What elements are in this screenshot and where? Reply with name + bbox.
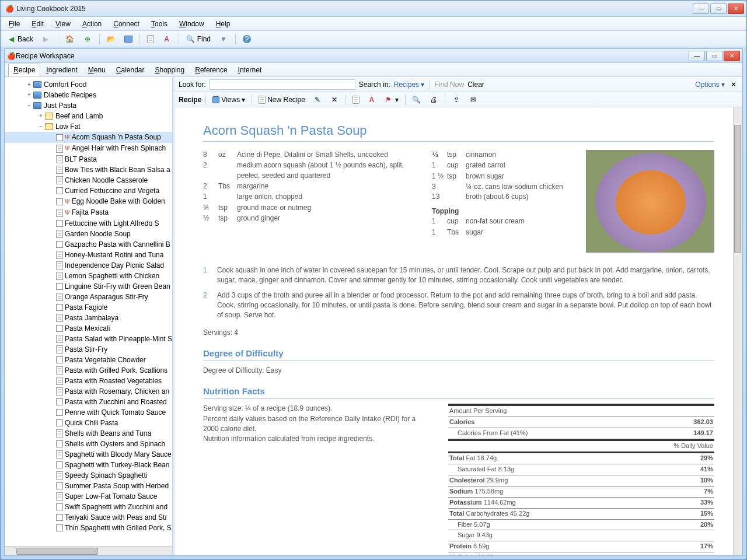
tree-recipe[interactable]: Ψ Acorn Squash 'n Pasta Soup [5,132,172,143]
home-button[interactable]: 🏠 [63,33,77,45]
menu-edit[interactable]: Edit [27,19,48,29]
close-search-icon[interactable]: ✕ [728,80,739,89]
tree-recipe[interactable]: Pasta Stir-Fry [5,344,172,355]
tree-recipe[interactable]: Orange Asparagus Stir-Fry [5,292,172,302]
tab-reference[interactable]: Reference [190,64,232,76]
tree-recipe[interactable]: Spaghetti with Bloody Mary Sauce [5,449,172,460]
new-recipe-button[interactable]: New Recipe [256,94,308,105]
tree-recipe[interactable]: Pasta Salad with Pineapple-Mint S [5,334,172,344]
add-button[interactable]: ⊕ [81,33,95,45]
help-button[interactable]: ? [240,34,253,44]
tree-recipe[interactable]: Summer Pasta Soup with Herbed [5,481,172,491]
print-button[interactable]: 🖨 [427,94,441,106]
maximize-button[interactable]: ▭ [710,4,727,14]
tree-recipe[interactable]: Swift Spaghetti with Zucchini and [5,502,172,512]
export-button[interactable]: ⇪ [449,94,463,106]
tree-recipe[interactable]: Shells with Beans and Tuna [5,428,172,439]
tree-recipe[interactable]: Speedy Spinach Spaghetti [5,470,172,481]
content-vscrollbar[interactable] [733,107,742,555]
options-dropdown[interactable]: Options ▾ [695,80,725,89]
menu-file[interactable]: File [4,19,25,29]
tree-recipe[interactable]: Pasta Fagiole [5,302,172,313]
tree-recipe[interactable]: Ψ Egg Noodle Bake with Golden [5,196,172,207]
doc-button[interactable] [145,34,156,44]
tree-node[interactable]: +Beef and Lamb [5,111,172,121]
close-button[interactable]: ✕ [728,4,744,14]
tree-hscrollbar[interactable] [5,546,172,555]
preview-button[interactable]: 🔍 [410,94,424,106]
lookfor-input[interactable] [210,79,355,90]
menu-connect[interactable]: Connect [109,19,144,29]
tab-ingredient[interactable]: Ingredient [41,64,82,76]
tree-node[interactable]: +Comfort Food [5,79,172,90]
tab-recipe[interactable]: Recipe [8,64,40,76]
home-icon: 🏠 [65,34,75,44]
views-dropdown[interactable]: Views ▾ [210,94,247,105]
tree-recipe[interactable]: Spaghetti with Turkey-Black Bean [5,460,172,470]
open-button[interactable]: 📂 [104,33,118,45]
tab-internet[interactable]: Internet [233,64,267,76]
tree-node[interactable]: +Diabetic Recipes [5,90,172,100]
back-button[interactable]: ◀Back [4,33,36,45]
tree-recipe[interactable]: Ψ Angel Hair with Fresh Spinach [5,143,172,154]
tree-recipe[interactable]: Pasta Vegetable Chowder [5,355,172,365]
tab-menu[interactable]: Menu [83,64,110,76]
menu-window[interactable]: Window [174,19,209,29]
tree-recipe[interactable]: Ψ Fajita Pasta [5,207,172,218]
window-button[interactable] [122,34,135,44]
tree-recipe[interactable]: Thin Spaghetti with Grilled Pork, S [5,523,172,533]
menu-help[interactable]: Help [211,19,235,29]
find-button[interactable]: 🔍Find [184,33,213,45]
tree-recipe[interactable]: Bow Ties with Black Bean Salsa a [5,164,172,175]
menu-view[interactable]: View [51,19,75,29]
mail-button[interactable]: ✉ [466,94,480,106]
filter-button[interactable]: ▼ [217,33,231,45]
tree-recipe[interactable]: Penne with Quick Tomato Sauce [5,407,172,418]
recipe-content[interactable]: Acorn Squash 'n Pasta Soup 8ozAcine di P… [175,107,742,555]
tree-recipe[interactable]: Pasta Jambalaya [5,313,172,323]
tree-hscroll-thumb[interactable] [16,548,98,555]
font-button[interactable]: A [160,33,174,45]
ws-close-button[interactable]: ✕ [724,51,740,61]
tree-recipe[interactable]: BLT Pasta [5,154,172,164]
searchin-dropdown[interactable]: Recipes ▾ [394,80,425,89]
vscroll-thumb[interactable] [734,125,741,253]
ws-maximize-button[interactable]: ▭ [706,51,722,61]
tree-recipe[interactable]: Gazpacho Pasta with Cannellini B [5,239,172,250]
ws-minimize-button[interactable]: — [689,51,705,61]
findnow-button[interactable]: Find Now [434,80,464,89]
tree-recipe[interactable]: Independence Day Picnic Salad [5,260,172,271]
delete-button[interactable]: ✕ [327,94,341,106]
edit-button[interactable]: ✎ [310,94,324,106]
tree-recipe[interactable]: Curried Fettuccine and Vegeta [5,186,172,196]
tree-recipe[interactable]: Chicken Noodle Casserole [5,175,172,186]
forward-button[interactable]: ▶ [39,33,53,45]
tree-node[interactable]: −Just Pasta [5,100,172,111]
tree-node[interactable]: −Low Fat [5,121,172,132]
tree-recipe[interactable]: Super Low-Fat Tomato Sauce [5,491,172,502]
tree-recipe[interactable]: Teriyaki Sauce with Peas and Str [5,512,172,523]
tree-recipe[interactable]: Pasta with Grilled Pork, Scallions [5,365,172,376]
flag-dropdown[interactable]: ⚑▾ [382,94,401,106]
tab-calendar[interactable]: Calendar [111,64,149,76]
font-button-2[interactable]: A [365,94,379,106]
tree-recipe[interactable]: Fettuccine with Light Alfredo S [5,218,172,229]
tree-scroll[interactable]: +Comfort Food+Diabetic Recipes−Just Past… [5,77,172,546]
tree-recipe[interactable]: Pasta with Roasted Vegetables [5,376,172,386]
menu-action[interactable]: Action [78,19,106,29]
tab-shopping[interactable]: Shopping [150,64,189,76]
tree-recipe[interactable]: Lemon Spaghetti with Chicken [5,271,172,281]
menu-tools[interactable]: Tools [146,19,172,29]
minimize-button[interactable]: — [693,4,709,14]
clear-button[interactable]: Clear [467,80,484,89]
tree-recipe[interactable]: Pasta with Zucchini and Roasted [5,397,172,407]
tree-recipe[interactable]: Linguine Stir-Fry with Green Bean [5,281,172,292]
main-window: 🍎 Living Cookbook 2015 — ▭ ✕ FileEditVie… [0,0,747,560]
tree-recipe[interactable]: Shells with Oysters and Spinach [5,439,172,449]
tree-recipe[interactable]: Pasta Mexicali [5,323,172,334]
tree-recipe[interactable]: Pasta with Rosemary, Chicken an [5,386,172,397]
tree-recipe[interactable]: Garden Noodle Soup [5,229,172,239]
doc-button-2[interactable] [350,94,362,105]
tree-recipe[interactable]: Quick Chili Pasta [5,418,172,428]
tree-recipe[interactable]: Honey-Mustard Rotini and Tuna [5,250,172,260]
